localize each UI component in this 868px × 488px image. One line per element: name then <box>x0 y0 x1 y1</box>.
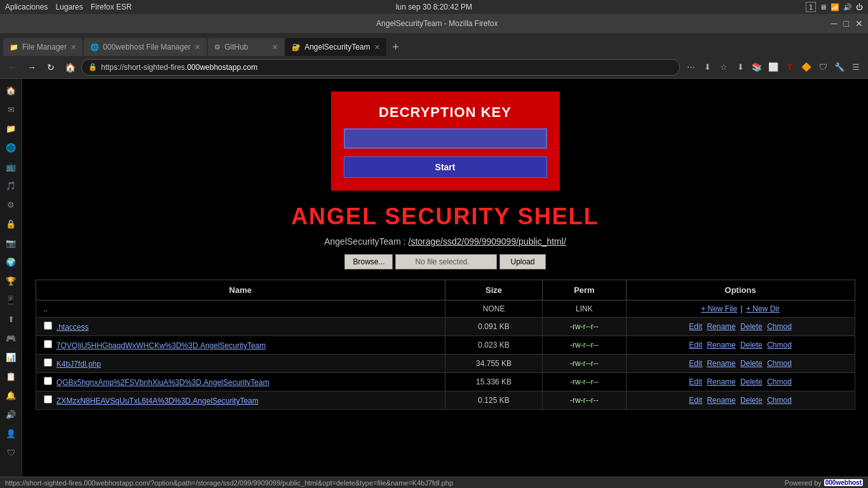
tab-close-github[interactable]: ✕ <box>272 43 278 51</box>
tab-close-angel[interactable]: ✕ <box>374 43 380 51</box>
tab-close-webhost[interactable]: ✕ <box>194 43 200 51</box>
powered-brand: 000webhost <box>824 479 863 486</box>
option-rename-link[interactable]: Rename <box>707 322 735 331</box>
option-chmod-link[interactable]: Chmod <box>767 322 792 331</box>
option-rename-link[interactable]: Rename <box>707 341 735 349</box>
downloads-icon[interactable]: ⬇ <box>733 60 747 74</box>
status-url: https://short-sighted-fires.000webhostap… <box>5 479 453 487</box>
new-file-link[interactable]: + New File <box>701 304 737 313</box>
option-chmod-link[interactable]: Chmod <box>767 341 792 349</box>
firefox-menu[interactable]: Firefox ESR <box>91 3 132 11</box>
path-link[interactable]: /storage/ssd2/099/9909099/public_html/ <box>409 236 566 247</box>
address-bar[interactable]: 🔒 https://short-sighted-fires.000webhost… <box>81 59 680 76</box>
minimize-button[interactable]: ─ <box>831 18 837 29</box>
option-delete-link[interactable]: Delete <box>740 377 763 386</box>
option-edit-link[interactable]: Edit <box>689 359 702 368</box>
decryption-input[interactable] <box>344 128 547 149</box>
sidebar-icon-files[interactable]: 📁 <box>2 119 20 137</box>
browse-button[interactable]: Browse... <box>344 254 393 269</box>
home-button[interactable]: 🏠 <box>62 60 78 75</box>
start-button[interactable]: Start <box>344 156 547 178</box>
file-link-2[interactable]: 7QVQIiU5HHGbaqdWxWHCKw%3D%3D.AngelSecuri… <box>57 341 266 350</box>
bookmark-icon[interactable]: ☆ <box>717 60 731 74</box>
toolbar-icons: ⋯ ⬇ ☆ ⬇ 📚 ⬜ T 🔶 🛡 🔧 ☰ <box>684 60 863 74</box>
sidebar-icon-web[interactable]: 🌐 <box>2 139 20 156</box>
sidebar-icon-video[interactable]: 📺 <box>2 158 20 175</box>
sidebar-icon-settings[interactable]: ⚙ <box>2 196 20 214</box>
sidebar-icon-game[interactable]: 🎮 <box>2 329 20 347</box>
sidebar-icon-globe[interactable]: 🌍 <box>2 253 20 271</box>
back-button[interactable]: ← <box>5 60 20 75</box>
tab-close-file-manager[interactable]: ✕ <box>71 43 76 51</box>
bookmark-pocket-icon[interactable]: ⬇ <box>700 60 714 74</box>
sidebar-icon-user[interactable]: 👤 <box>2 424 20 442</box>
forward-button[interactable]: → <box>24 60 39 75</box>
option-edit-link[interactable]: Edit <box>689 322 702 331</box>
browser-controls[interactable]: ─ □ ✕ <box>831 18 863 29</box>
sidebar-icon-camera[interactable]: 📷 <box>2 234 20 252</box>
option-chmod-link[interactable]: Chmod <box>767 377 792 386</box>
file-checkbox-3[interactable] <box>44 358 52 367</box>
sidebar-icon-bell[interactable]: 🔔 <box>2 386 20 404</box>
addon3-icon[interactable]: 🔧 <box>832 60 846 74</box>
extensions-icon[interactable]: ⋯ <box>684 60 698 74</box>
close-button[interactable]: ✕ <box>855 18 863 29</box>
maximize-button[interactable]: □ <box>844 18 849 29</box>
option-delete-link[interactable]: Delete <box>740 322 763 331</box>
option-rename-link[interactable]: Rename <box>707 359 735 368</box>
sidebar-icon-lock[interactable]: 🔒 <box>2 215 20 233</box>
os-system-tray: 1 🖥 📶 🔊 ⏻ <box>806 2 863 12</box>
file-checkbox-4[interactable] <box>44 377 52 385</box>
upload-row: Browse... No file selected. Upload <box>344 254 545 269</box>
sidebar-icon-music[interactable]: 🎵 <box>2 177 20 194</box>
option-delete-link[interactable]: Delete <box>740 396 763 405</box>
tab-github[interactable]: ⚙ GitHub ✕ <box>208 38 284 56</box>
shell-title: ANGEL SECURITY SHELL <box>291 203 599 230</box>
addon1-icon[interactable]: 🔶 <box>799 60 813 74</box>
file-checkbox-2[interactable] <box>44 340 52 348</box>
tab-file-manager[interactable]: 📁 File Manager ✕ <box>3 38 83 56</box>
sidebar-icon-clipboard[interactable]: 📋 <box>2 367 20 385</box>
new-tab-button[interactable]: + <box>388 38 405 56</box>
addon2-icon[interactable]: 🛡 <box>816 60 830 74</box>
reload-button[interactable]: ↻ <box>43 60 58 75</box>
file-link-3[interactable]: K4bJ7fdl.php <box>57 360 101 369</box>
upload-button[interactable]: Upload <box>499 254 545 269</box>
tab-icon-webhost: 🌐 <box>90 43 99 51</box>
col-size: Size <box>445 280 543 301</box>
file-link-1[interactable]: .htaccess <box>57 323 89 332</box>
sidebar-icon-home[interactable]: 🏠 <box>2 81 20 99</box>
file-link-4[interactable]: QGBx5hgnxAmp%2FSVbnhXiuA%3D%3D.AngelSecu… <box>57 378 269 387</box>
file-checkbox-1[interactable] <box>44 322 52 330</box>
lugares-menu[interactable]: Lugares <box>55 3 83 11</box>
option-delete-link[interactable]: Delete <box>740 359 763 368</box>
tab-angel[interactable]: 🔐 AngelSecurityTeam ✕ <box>285 38 386 56</box>
cell-size-dotdot: NONE <box>445 301 543 318</box>
option-edit-link[interactable]: Edit <box>689 396 702 405</box>
main-layout: 🏠 ✉ 📁 🌐 📺 🎵 ⚙ 🔒 📷 🌍 🏆 📱 ⬆ 🎮 📊 📋 🔔 🔊 👤 🛡 <box>0 79 868 477</box>
aplicaciones-menu[interactable]: Aplicaciones <box>5 3 48 11</box>
sidebar-icon-up[interactable]: ⬆ <box>2 310 20 328</box>
option-edit-link[interactable]: Edit <box>689 377 702 386</box>
library-icon[interactable]: 📚 <box>750 60 764 74</box>
file-link-5[interactable]: ZXMzxN8HEAVSqUuTxL6t4A%3D%3D.AngelSecuri… <box>57 396 259 405</box>
sidebar-icon-shield[interactable]: 🛡 <box>2 444 20 461</box>
tab-webhost-fm[interactable]: 🌐 000webhost File Manager ✕ <box>84 38 207 56</box>
new-dir-link[interactable]: + New Dir <box>746 304 780 313</box>
table-header-row: Name Size Perm Options <box>36 280 855 301</box>
sidebar-icon-chart[interactable]: 📊 <box>2 348 20 366</box>
sync-icon[interactable]: ⬜ <box>766 60 780 74</box>
option-chmod-link[interactable]: Chmod <box>767 359 792 368</box>
option-edit-link[interactable]: Edit <box>689 341 702 349</box>
file-checkbox-5[interactable] <box>44 395 52 403</box>
sidebar-icon-trophy[interactable]: 🏆 <box>2 272 20 290</box>
sidebar-icon-volume[interactable]: 🔊 <box>2 405 20 423</box>
powered-by: Powered by 000webhost <box>785 479 863 487</box>
option-rename-link[interactable]: Rename <box>707 396 735 405</box>
option-delete-link[interactable]: Delete <box>740 341 763 349</box>
sidebar-icon-mobile[interactable]: 📱 <box>2 291 20 309</box>
sidebar-icon-mail[interactable]: ✉ <box>2 100 20 118</box>
menu-button[interactable]: ☰ <box>849 60 863 74</box>
option-rename-link[interactable]: Rename <box>707 377 735 386</box>
option-chmod-link[interactable]: Chmod <box>767 396 792 405</box>
